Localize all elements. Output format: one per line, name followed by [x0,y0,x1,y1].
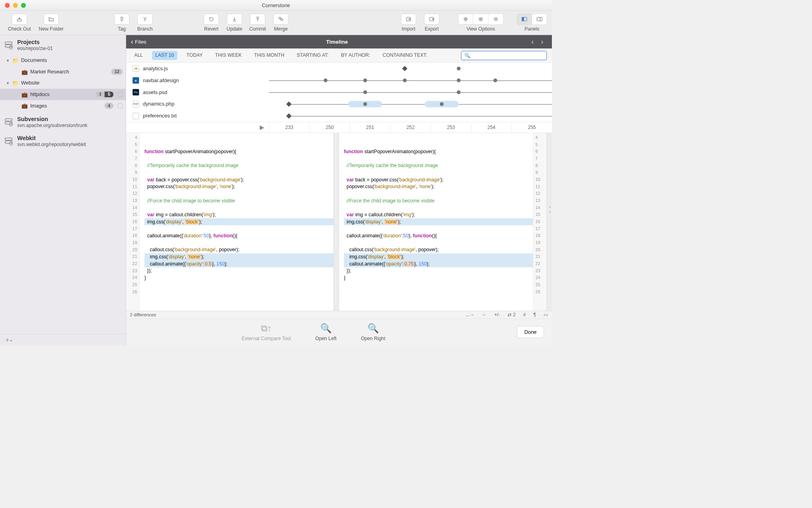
search-field[interactable]: 🔍 [461,50,547,60]
folder-icon: 📁 [12,80,19,87]
tool-left-icon[interactable]: ← [482,312,486,318]
tool-tag-icon[interactable]: ▭ [544,312,548,318]
filter-all[interactable]: ALL [131,51,146,60]
right-scrollbar[interactable]: ˄˅ [546,133,552,311]
rev[interactable]: 233 [269,122,309,133]
revert-button[interactable]: Revert [201,14,222,32]
tl-file[interactable]: JSanalytics.js [126,63,269,75]
chevron-left-icon: ‹ [131,38,133,46]
js-icon: JS [132,65,139,71]
tool-hash-icon[interactable]: # [523,312,526,318]
filter-thisweek[interactable]: THIS WEEK [212,51,245,60]
tree-website[interactable]: ▼📁Website [0,77,126,89]
revision-ruler: ▶ 233 250 251 252 253 254 255 [126,122,552,133]
tree-httpdocs[interactable]: 💼httpdocs35 [0,89,126,100]
tl-file[interactable]: Psassets.psd [126,87,269,98]
export-button[interactable]: Export [421,14,442,32]
prev-button[interactable]: ‹ [528,38,537,46]
tl-file[interactable]: PHPdynamics.php [126,98,269,110]
svg-rect-9 [522,17,524,21]
rev[interactable]: 252 [390,122,431,133]
gutter-right: 4567891011121314151617181920212223242526 [533,133,546,311]
viewopt-1[interactable] [458,14,473,25]
filter-starting[interactable]: STARTING AT: [293,51,332,60]
diff-scrollbar[interactable] [333,133,339,311]
webkit-section[interactable]: Webkitsvn.webkit.org/repository/webkit [0,131,126,150]
commit-button[interactable]: Commit [247,14,268,32]
filter-today[interactable]: TODAY [183,51,206,60]
php-icon: PHP [132,101,139,107]
panel-right[interactable] [532,14,547,25]
tl-file[interactable]: ▲navbar.afdesign [126,75,269,87]
tool-swap-icon[interactable]: ⇄ 2 [508,312,515,318]
briefcase-icon: 💼 [21,69,28,75]
window-title: Cornerstone [262,2,290,8]
chevron-up-icon[interactable]: ˄ [549,206,551,211]
viewopt-2[interactable] [473,14,488,25]
panel-left[interactable] [517,14,532,25]
rev[interactable]: 253 [431,122,471,133]
code-right[interactable]: function startPopoverAnimation(popover){… [339,133,533,311]
diff-view: 4567891011121314151617181920212223242526… [126,133,552,311]
timeline-files: JSanalytics.js ▲navbar.afdesign Psassets… [126,63,269,122]
done-button[interactable]: Done [517,326,544,338]
rev[interactable]: 250 [309,122,350,133]
viewopt-3[interactable] [488,14,504,25]
svg-point-2 [281,19,283,21]
compare-icon: ⧉↑ [261,323,272,333]
view-header: ‹Files Timeline ‹ › [126,35,552,48]
external-compare-button[interactable]: ⧉↑External Compare Tool [242,323,291,341]
play-button[interactable]: ▶ [126,122,269,133]
tl-file[interactable]: preferences.txt [126,110,269,122]
psd-icon: Ps [132,89,139,95]
afdesign-icon: ▲ [132,77,139,83]
search-input[interactable] [470,53,544,58]
next-button[interactable]: › [537,38,547,46]
merge-button[interactable]: Merge [270,14,291,32]
filter-thismonth[interactable]: THIS MONTH [251,51,287,60]
tool-right-icon[interactable]: ⎵→ [466,312,474,318]
branch-button[interactable]: Branch [135,14,155,32]
code-left[interactable]: function startPopoverAnimation(popover){… [140,133,333,311]
tree-market[interactable]: 💼Market Research12 [0,66,126,78]
filter-containing[interactable]: CONTAINING TEXT: [379,51,431,60]
add-icon[interactable]: ＋▾ [4,336,12,344]
filter-last10[interactable]: LAST 10 [152,51,177,60]
filter-author[interactable]: BY AUTHOR: [338,51,373,60]
diff-count: 2 differences [130,312,156,318]
import-button[interactable]: Import [398,14,419,32]
zoom-window-icon[interactable] [21,3,26,8]
svg-rect-15 [5,119,12,121]
tree-images[interactable]: 💼Images4 [0,100,126,112]
newfolder-button[interactable]: New Folder [36,14,65,32]
briefcase-icon: 💼 [21,103,28,109]
close-window-icon[interactable] [5,3,10,8]
tag-button[interactable]: Tag [111,14,132,32]
status-dot[interactable] [118,92,123,97]
rev[interactable]: 254 [471,122,511,133]
minimize-window-icon[interactable] [13,3,18,8]
filter-bar: ALL LAST 10 TODAY THIS WEEK THIS MONTH S… [126,48,552,62]
briefcase-icon: 💼 [21,91,28,98]
status-dot[interactable] [118,103,123,108]
open-right-button[interactable]: 🔍Open Right [361,323,385,341]
rev[interactable]: 251 [350,122,390,133]
svg-point-20 [10,142,13,145]
folder-icon: 📁 [12,57,19,64]
chevron-down-icon[interactable]: ˅ [549,211,551,216]
svg-point-17 [10,123,13,126]
update-button[interactable]: Update [224,14,245,32]
server-icon [3,117,14,127]
sidebar: Projectseos/repos/zw-01 ▼📁Documents 💼Mar… [0,35,126,345]
tool-pilcrow-icon[interactable]: ¶ [533,312,536,318]
open-left-button[interactable]: 🔍Open Left [315,323,337,341]
tree-documents[interactable]: ▼📁Documents [0,55,126,66]
timeline-chart[interactable] [269,63,552,122]
tool-pm-icon[interactable]: +/- [494,312,500,318]
projects-section[interactable]: Projectseos/repos/zw-01 [0,35,126,54]
svn-section[interactable]: Subversionsvn.apache.org/subversion/trun… [0,112,126,131]
back-button[interactable]: ‹Files [131,38,146,46]
bottom-bar: ⧉↑External Compare Tool 🔍Open Left 🔍Open… [126,319,552,345]
checkout-button[interactable]: Check Out [5,14,34,32]
rev[interactable]: 255 [511,122,552,133]
